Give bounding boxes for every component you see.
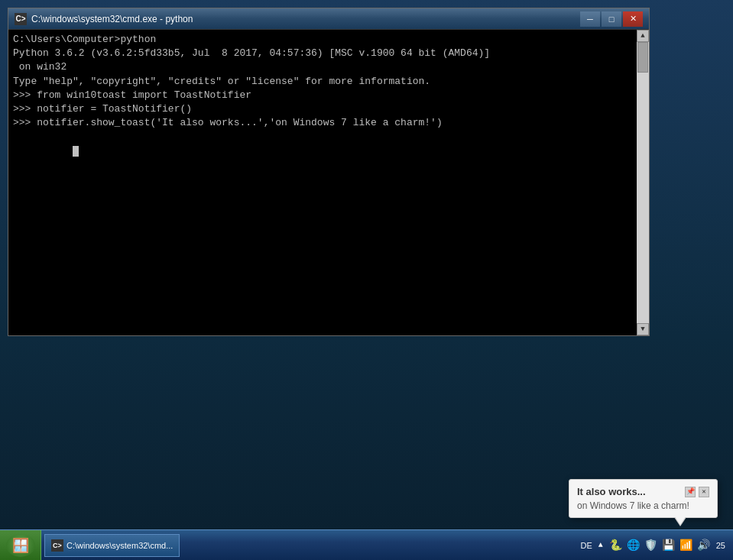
taskbar-area: C> C:\windows\system32\cmd... bbox=[41, 530, 572, 560]
toast-controls: 📌 ✕ bbox=[685, 487, 709, 497]
security-icon: 🛡️ bbox=[644, 539, 657, 552]
taskbar-cmd-label: C:\windows\system32\cmd... bbox=[66, 541, 173, 550]
maximize-button[interactable]: □ bbox=[602, 11, 621, 27]
terminal-line-6: >>> notifier.show_toast('It also works..… bbox=[13, 116, 634, 130]
signal-icon: 📶 bbox=[679, 539, 692, 552]
cmd-window: C> C:\windows\system32\cmd.exe - python … bbox=[8, 8, 650, 336]
usb-icon: 💾 bbox=[662, 539, 675, 552]
toast-message: on Windows 7 like a charm! bbox=[577, 500, 709, 511]
scroll-up-arrow[interactable]: ▲ bbox=[637, 30, 649, 42]
desktop: C> C:\windows\system32\cmd.exe - python … bbox=[0, 0, 733, 560]
terminal-body[interactable]: C:\Users\Computer>python Python 3.6.2 (v… bbox=[8, 30, 649, 335]
titlebar-buttons: ─ □ ✕ bbox=[580, 11, 643, 27]
toast-title: It also works... bbox=[577, 486, 646, 497]
cmd-titlebar: C> C:\windows\system32\cmd.exe - python … bbox=[8, 8, 649, 30]
taskbar-cmd-icon: C> bbox=[51, 539, 63, 552]
taskbar-right: DE ▲ 🐍 🌐 🛡️ 💾 📶 🔊 25 bbox=[572, 530, 733, 560]
scroll-track bbox=[637, 42, 649, 323]
scroll-thumb[interactable] bbox=[637, 42, 648, 73]
toast-tail-inner bbox=[675, 516, 686, 525]
cmd-scrollbar[interactable]: ▲ ▼ bbox=[637, 30, 649, 335]
system-icons: 🐍 🌐 🛡️ 💾 📶 🔊 bbox=[606, 539, 713, 552]
terminal-line-0: C:\Users\Computer>python bbox=[13, 33, 634, 47]
taskbar-clock: 25 bbox=[716, 541, 728, 550]
toast-notification: It also works... 📌 ✕ on Windows 7 like a… bbox=[569, 479, 718, 518]
terminal-cursor-line bbox=[13, 130, 634, 172]
taskbar-time-display: 25 bbox=[716, 541, 725, 550]
terminal-cursor bbox=[73, 146, 79, 157]
minimize-button[interactable]: ─ bbox=[580, 11, 600, 27]
start-button[interactable]: 🪟 bbox=[0, 530, 41, 560]
network-icon: 🌐 bbox=[627, 539, 640, 552]
taskbar-language: DE bbox=[577, 541, 595, 550]
toast-close-button[interactable]: ✕ bbox=[699, 487, 709, 497]
terminal-line-5: >>> notifier = ToastNotifier() bbox=[13, 102, 634, 116]
terminal-line-1: Python 3.6.2 (v3.6.2:5fd33b5, Jul 8 2017… bbox=[13, 47, 634, 60]
terminal-line-4: >>> from win10toast import ToastNotifier bbox=[13, 89, 634, 102]
python-icon: 🐍 bbox=[609, 539, 622, 552]
cmd-window-icon: C> bbox=[15, 13, 27, 25]
taskbar: 🪟 C> C:\windows\system32\cmd... DE ▲ 🐍 🌐… bbox=[0, 529, 733, 560]
volume-icon: 🔊 bbox=[697, 539, 710, 552]
window-title: C:\windows\system32\cmd.exe - python bbox=[31, 14, 193, 24]
toast-header: It also works... 📌 ✕ bbox=[577, 486, 709, 497]
start-orb: 🪟 bbox=[6, 534, 35, 557]
titlebar-left: C> C:\windows\system32\cmd.exe - python bbox=[15, 13, 193, 25]
scroll-down-arrow[interactable]: ▼ bbox=[637, 323, 649, 335]
taskbar-cmd-item[interactable]: C> C:\windows\system32\cmd... bbox=[44, 534, 180, 557]
close-button[interactable]: ✕ bbox=[623, 11, 643, 27]
terminal-line-3: Type "help", "copyright", "credits" or "… bbox=[13, 75, 634, 89]
terminal-line-2: on win32 bbox=[13, 60, 634, 74]
toast-pin-button[interactable]: 📌 bbox=[685, 487, 696, 497]
taskbar-expand-arrow[interactable]: ▲ bbox=[598, 541, 603, 549]
